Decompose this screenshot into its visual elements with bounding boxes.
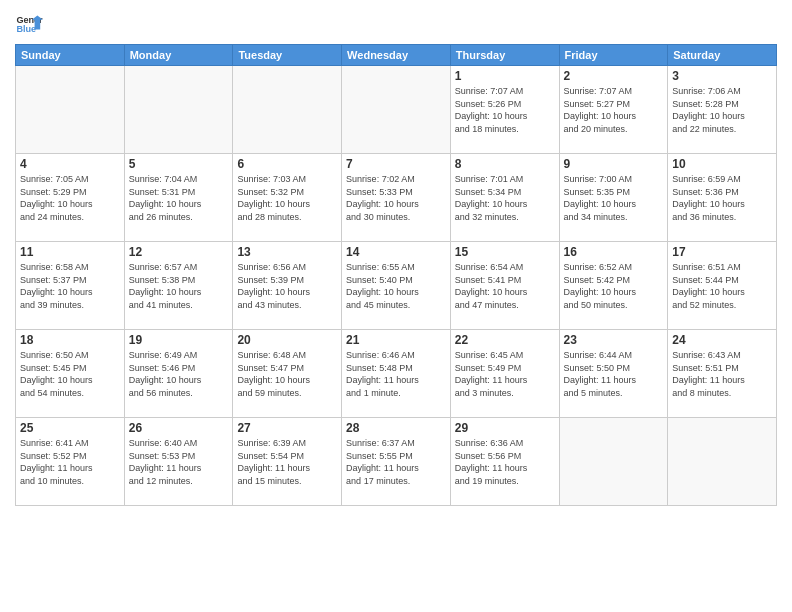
day-info: Sunrise: 6:39 AM Sunset: 5:54 PM Dayligh… <box>237 437 337 487</box>
calendar-cell: 25Sunrise: 6:41 AM Sunset: 5:52 PM Dayli… <box>16 418 125 506</box>
calendar-cell: 3Sunrise: 7:06 AM Sunset: 5:28 PM Daylig… <box>668 66 777 154</box>
day-number: 16 <box>564 245 664 259</box>
day-number: 15 <box>455 245 555 259</box>
weekday-header-sunday: Sunday <box>16 45 125 66</box>
calendar-cell: 1Sunrise: 7:07 AM Sunset: 5:26 PM Daylig… <box>450 66 559 154</box>
calendar-cell: 23Sunrise: 6:44 AM Sunset: 5:50 PM Dayli… <box>559 330 668 418</box>
day-info: Sunrise: 7:02 AM Sunset: 5:33 PM Dayligh… <box>346 173 446 223</box>
weekday-header-tuesday: Tuesday <box>233 45 342 66</box>
calendar-cell: 19Sunrise: 6:49 AM Sunset: 5:46 PM Dayli… <box>124 330 233 418</box>
calendar-body: 1Sunrise: 7:07 AM Sunset: 5:26 PM Daylig… <box>16 66 777 506</box>
svg-text:Blue: Blue <box>16 24 36 34</box>
logo-icon: General Blue <box>15 10 43 38</box>
calendar-cell: 8Sunrise: 7:01 AM Sunset: 5:34 PM Daylig… <box>450 154 559 242</box>
calendar-cell: 6Sunrise: 7:03 AM Sunset: 5:32 PM Daylig… <box>233 154 342 242</box>
day-number: 2 <box>564 69 664 83</box>
calendar-header-row: SundayMondayTuesdayWednesdayThursdayFrid… <box>16 45 777 66</box>
calendar-cell: 17Sunrise: 6:51 AM Sunset: 5:44 PM Dayli… <box>668 242 777 330</box>
day-number: 23 <box>564 333 664 347</box>
day-number: 11 <box>20 245 120 259</box>
calendar-week-2: 4Sunrise: 7:05 AM Sunset: 5:29 PM Daylig… <box>16 154 777 242</box>
day-info: Sunrise: 6:37 AM Sunset: 5:55 PM Dayligh… <box>346 437 446 487</box>
calendar-cell: 11Sunrise: 6:58 AM Sunset: 5:37 PM Dayli… <box>16 242 125 330</box>
calendar-cell: 26Sunrise: 6:40 AM Sunset: 5:53 PM Dayli… <box>124 418 233 506</box>
weekday-header-wednesday: Wednesday <box>342 45 451 66</box>
day-info: Sunrise: 7:01 AM Sunset: 5:34 PM Dayligh… <box>455 173 555 223</box>
day-number: 7 <box>346 157 446 171</box>
day-number: 28 <box>346 421 446 435</box>
calendar-cell: 18Sunrise: 6:50 AM Sunset: 5:45 PM Dayli… <box>16 330 125 418</box>
day-info: Sunrise: 6:43 AM Sunset: 5:51 PM Dayligh… <box>672 349 772 399</box>
calendar-cell <box>559 418 668 506</box>
weekday-header-monday: Monday <box>124 45 233 66</box>
day-number: 13 <box>237 245 337 259</box>
day-info: Sunrise: 6:46 AM Sunset: 5:48 PM Dayligh… <box>346 349 446 399</box>
day-info: Sunrise: 7:07 AM Sunset: 5:26 PM Dayligh… <box>455 85 555 135</box>
calendar-cell: 14Sunrise: 6:55 AM Sunset: 5:40 PM Dayli… <box>342 242 451 330</box>
calendar-cell: 10Sunrise: 6:59 AM Sunset: 5:36 PM Dayli… <box>668 154 777 242</box>
calendar-cell <box>233 66 342 154</box>
day-info: Sunrise: 6:57 AM Sunset: 5:38 PM Dayligh… <box>129 261 229 311</box>
day-info: Sunrise: 6:49 AM Sunset: 5:46 PM Dayligh… <box>129 349 229 399</box>
calendar-cell <box>342 66 451 154</box>
calendar-cell: 16Sunrise: 6:52 AM Sunset: 5:42 PM Dayli… <box>559 242 668 330</box>
calendar-cell: 13Sunrise: 6:56 AM Sunset: 5:39 PM Dayli… <box>233 242 342 330</box>
day-info: Sunrise: 7:04 AM Sunset: 5:31 PM Dayligh… <box>129 173 229 223</box>
day-number: 12 <box>129 245 229 259</box>
calendar-week-1: 1Sunrise: 7:07 AM Sunset: 5:26 PM Daylig… <box>16 66 777 154</box>
day-number: 18 <box>20 333 120 347</box>
day-number: 29 <box>455 421 555 435</box>
day-number: 6 <box>237 157 337 171</box>
day-info: Sunrise: 7:05 AM Sunset: 5:29 PM Dayligh… <box>20 173 120 223</box>
calendar-cell: 9Sunrise: 7:00 AM Sunset: 5:35 PM Daylig… <box>559 154 668 242</box>
calendar-cell: 29Sunrise: 6:36 AM Sunset: 5:56 PM Dayli… <box>450 418 559 506</box>
day-info: Sunrise: 6:59 AM Sunset: 5:36 PM Dayligh… <box>672 173 772 223</box>
calendar-cell: 7Sunrise: 7:02 AM Sunset: 5:33 PM Daylig… <box>342 154 451 242</box>
calendar-cell: 15Sunrise: 6:54 AM Sunset: 5:41 PM Dayli… <box>450 242 559 330</box>
day-info: Sunrise: 7:00 AM Sunset: 5:35 PM Dayligh… <box>564 173 664 223</box>
calendar-cell: 12Sunrise: 6:57 AM Sunset: 5:38 PM Dayli… <box>124 242 233 330</box>
calendar-cell <box>668 418 777 506</box>
day-info: Sunrise: 6:44 AM Sunset: 5:50 PM Dayligh… <box>564 349 664 399</box>
day-number: 24 <box>672 333 772 347</box>
calendar-cell: 27Sunrise: 6:39 AM Sunset: 5:54 PM Dayli… <box>233 418 342 506</box>
calendar-cell <box>16 66 125 154</box>
calendar-cell: 21Sunrise: 6:46 AM Sunset: 5:48 PM Dayli… <box>342 330 451 418</box>
calendar-cell: 28Sunrise: 6:37 AM Sunset: 5:55 PM Dayli… <box>342 418 451 506</box>
day-info: Sunrise: 7:07 AM Sunset: 5:27 PM Dayligh… <box>564 85 664 135</box>
calendar-cell: 2Sunrise: 7:07 AM Sunset: 5:27 PM Daylig… <box>559 66 668 154</box>
day-info: Sunrise: 6:45 AM Sunset: 5:49 PM Dayligh… <box>455 349 555 399</box>
page-header: General Blue <box>15 10 777 38</box>
calendar-cell: 24Sunrise: 6:43 AM Sunset: 5:51 PM Dayli… <box>668 330 777 418</box>
calendar-cell: 20Sunrise: 6:48 AM Sunset: 5:47 PM Dayli… <box>233 330 342 418</box>
calendar-cell: 4Sunrise: 7:05 AM Sunset: 5:29 PM Daylig… <box>16 154 125 242</box>
day-number: 25 <box>20 421 120 435</box>
day-number: 21 <box>346 333 446 347</box>
weekday-header-thursday: Thursday <box>450 45 559 66</box>
day-number: 3 <box>672 69 772 83</box>
day-info: Sunrise: 6:41 AM Sunset: 5:52 PM Dayligh… <box>20 437 120 487</box>
day-info: Sunrise: 6:48 AM Sunset: 5:47 PM Dayligh… <box>237 349 337 399</box>
day-info: Sunrise: 6:52 AM Sunset: 5:42 PM Dayligh… <box>564 261 664 311</box>
day-info: Sunrise: 6:58 AM Sunset: 5:37 PM Dayligh… <box>20 261 120 311</box>
day-info: Sunrise: 7:06 AM Sunset: 5:28 PM Dayligh… <box>672 85 772 135</box>
day-info: Sunrise: 6:36 AM Sunset: 5:56 PM Dayligh… <box>455 437 555 487</box>
day-number: 26 <box>129 421 229 435</box>
calendar-week-4: 18Sunrise: 6:50 AM Sunset: 5:45 PM Dayli… <box>16 330 777 418</box>
calendar-cell: 22Sunrise: 6:45 AM Sunset: 5:49 PM Dayli… <box>450 330 559 418</box>
weekday-header-friday: Friday <box>559 45 668 66</box>
day-number: 17 <box>672 245 772 259</box>
day-info: Sunrise: 6:40 AM Sunset: 5:53 PM Dayligh… <box>129 437 229 487</box>
calendar-cell: 5Sunrise: 7:04 AM Sunset: 5:31 PM Daylig… <box>124 154 233 242</box>
calendar-cell <box>124 66 233 154</box>
logo: General Blue <box>15 10 43 38</box>
calendar-week-3: 11Sunrise: 6:58 AM Sunset: 5:37 PM Dayli… <box>16 242 777 330</box>
day-number: 20 <box>237 333 337 347</box>
day-number: 14 <box>346 245 446 259</box>
day-number: 22 <box>455 333 555 347</box>
day-number: 9 <box>564 157 664 171</box>
day-info: Sunrise: 6:50 AM Sunset: 5:45 PM Dayligh… <box>20 349 120 399</box>
day-number: 1 <box>455 69 555 83</box>
weekday-header-saturday: Saturday <box>668 45 777 66</box>
day-info: Sunrise: 6:51 AM Sunset: 5:44 PM Dayligh… <box>672 261 772 311</box>
